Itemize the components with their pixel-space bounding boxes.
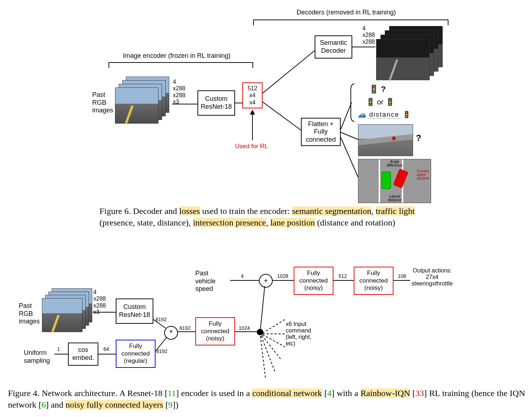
- capB-rainbow: Rainbow-IQN: [361, 388, 410, 398]
- svg-line-16: [260, 286, 265, 330]
- svg-line-26: [260, 336, 265, 378]
- capB-cite11: 11: [167, 388, 176, 398]
- capB-mid1: ] encoder is used in a: [176, 388, 252, 398]
- svg-line-25: [261, 336, 275, 371]
- capB-mid3: ] with a: [332, 388, 361, 398]
- capB-cite6: 6: [42, 400, 46, 409]
- svg-line-21: [263, 319, 285, 333]
- capB-mid4: [: [410, 388, 415, 398]
- capB-mid2: [: [322, 388, 327, 398]
- capB-cite4: 4: [327, 388, 332, 398]
- capB-cite33: 33: [415, 388, 424, 398]
- svg-line-23: [263, 335, 285, 347]
- page: Image encoder (frozen in RL training) De…: [0, 0, 532, 417]
- capB-tail: ]): [173, 400, 178, 409]
- capB-cite9: 9: [168, 400, 173, 409]
- caption-fig4: Figure 4. Network architecture. A Resnet…: [8, 387, 525, 411]
- svg-line-24: [262, 335, 281, 360]
- capB-noisyfc: noisy fully connected layers: [65, 400, 163, 409]
- capB-mid7: [: [163, 400, 168, 409]
- capB-prefix: Figure 4. Network architecture. A Resnet…: [8, 388, 167, 398]
- svg-line-13: [156, 338, 166, 351]
- svg-line-10: [153, 319, 166, 328]
- capB-mid6: ] and: [46, 400, 66, 409]
- capB-condnet: conditional network: [252, 388, 322, 398]
- figB-wires: [0, 0, 532, 417]
